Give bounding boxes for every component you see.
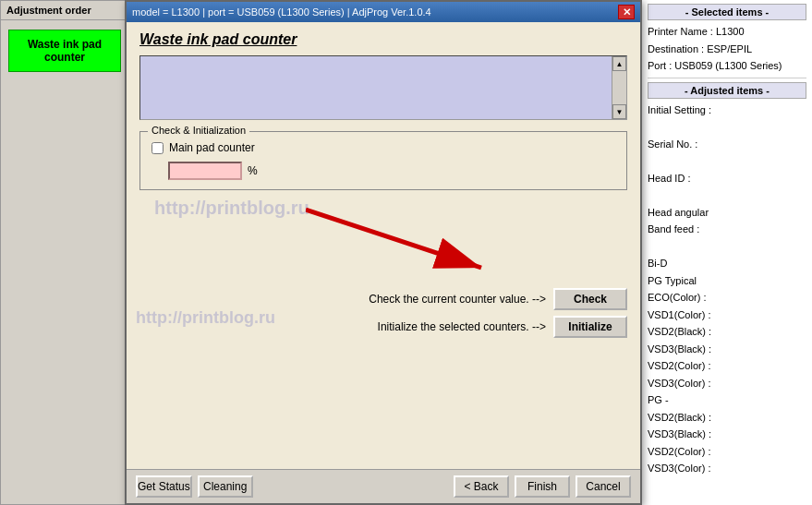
check-action-row: Check the current counter value. --> Che… <box>139 288 627 310</box>
init-action-row: Initialize the selected counters. --> In… <box>139 316 627 338</box>
dialog-heading: Waste ink pad counter <box>139 31 627 48</box>
selected-item-1: Printer Name : L1300 <box>648 24 806 40</box>
group-legend: Check & Initialization <box>148 125 249 136</box>
adj-item-22: VSD3(Color) : <box>648 461 806 476</box>
main-pad-counter-label: Main pad counter <box>169 141 255 154</box>
adj-item-18: PG - <box>648 392 806 408</box>
footer-right-buttons: < Back Finish Cancel <box>454 475 631 498</box>
finish-button[interactable]: Finish <box>515 475 570 498</box>
left-sidebar: Adjustment order Waste ink padcounter <box>0 0 129 505</box>
adjusted-items-header: - Adjusted items - <box>648 82 806 99</box>
selected-items-header: - Selected items - <box>648 4 806 20</box>
cancel-button[interactable]: Cancel <box>576 475 631 498</box>
adj-item-16: VSD2(Color) : <box>648 358 806 374</box>
action-rows: Check the current counter value. --> Che… <box>139 288 627 338</box>
adj-item-6 <box>648 187 806 203</box>
back-button[interactable]: < Back <box>454 475 509 498</box>
adj-item-17: VSD3(Color) : <box>648 376 806 391</box>
selected-item-2: Destination : ESP/EPIL <box>648 42 806 57</box>
percent-row: % <box>168 162 615 180</box>
adj-item-2 <box>648 119 806 135</box>
adj-item-12: ECO(Color) : <box>648 290 806 306</box>
dialog-content: Waste ink pad counter http://printblog.r… <box>127 22 640 469</box>
arrow-area <box>139 205 627 279</box>
adj-item-3: Serial No. : <box>648 137 806 152</box>
adj-item-7: Head angular <box>648 205 806 221</box>
get-status-button[interactable]: Get Status <box>136 475 192 498</box>
adjustment-order-title: Adjustment order <box>1 1 128 20</box>
cleaning-button[interactable]: Cleaning <box>198 475 253 498</box>
adj-item-21: VSD2(Color) : <box>648 444 806 460</box>
check-init-group: Check & Initialization Main pad counter … <box>139 131 627 190</box>
adj-item-19: VSD2(Black) : <box>648 410 806 426</box>
dialog-titlebar: model = L1300 | port = USB059 (L1300 Ser… <box>127 2 640 22</box>
adj-item-11: PG Typical <box>648 273 806 289</box>
adj-item-8: Band feed : <box>648 222 806 237</box>
adj-item-1: Initial Setting : <box>648 102 806 118</box>
adj-item-14: VSD2(Black) : <box>648 324 806 340</box>
sidebar-item-waste-ink[interactable]: Waste ink padcounter <box>8 30 121 72</box>
adj-item-9 <box>648 239 806 255</box>
dialog-close-button[interactable]: ✕ <box>618 5 635 19</box>
selected-item-3: Port : USB059 (L1300 Series) <box>648 58 806 74</box>
check-button[interactable]: Check <box>553 288 627 310</box>
init-action-label: Initialize the selected counters. --> <box>378 320 546 333</box>
log-scrollbar[interactable]: ▲ ▼ <box>612 56 626 119</box>
adj-item-13: VSD1(Color) : <box>648 307 806 323</box>
adj-item-15: VSD3(Black) : <box>648 342 806 357</box>
main-pad-counter-checkbox[interactable] <box>151 142 164 154</box>
log-scroll-down[interactable]: ▼ <box>612 104 626 119</box>
log-scroll-up[interactable]: ▲ <box>612 56 626 71</box>
arrow-icon <box>306 205 509 279</box>
log-output-box: ▲ ▼ <box>139 55 627 120</box>
adj-item-10: Bi-D <box>648 256 806 271</box>
initialize-button[interactable]: Initialize <box>553 316 627 338</box>
main-dialog: model = L1300 | port = USB059 (L1300 Ser… <box>125 0 642 505</box>
percent-input[interactable] <box>168 162 242 180</box>
adj-item-20: VSD3(Black) : <box>648 427 806 442</box>
adj-item-4 <box>648 153 806 169</box>
dialog-footer: Get Status Cleaning < Back Finish Cancel <box>127 469 640 503</box>
check-action-label: Check the current counter value. --> <box>369 293 546 306</box>
main-pad-counter-row: Main pad counter <box>151 141 615 154</box>
adj-item-5: Head ID : <box>648 171 806 186</box>
right-panel: - Selected items - Printer Name : L1300 … <box>641 0 812 505</box>
dialog-title: model = L1300 | port = USB059 (L1300 Ser… <box>132 6 431 18</box>
sidebar-item-label: Waste ink padcounter <box>28 38 102 64</box>
percent-symbol: % <box>248 164 258 177</box>
svg-line-1 <box>306 210 481 268</box>
